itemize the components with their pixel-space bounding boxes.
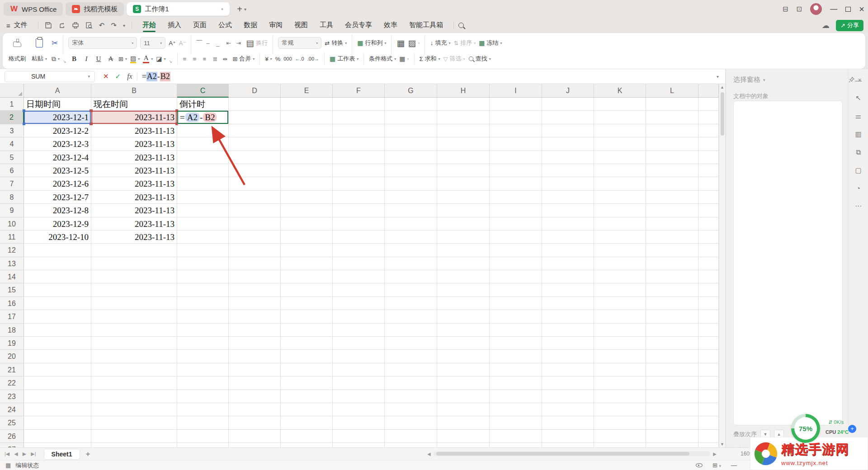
cell-9[interactable] <box>698 204 719 217</box>
tab-smart-toolbox[interactable]: 智能工具箱 <box>403 18 449 33</box>
cell-27[interactable] <box>698 443 719 447</box>
strikethrough-button[interactable]: A <box>106 55 115 63</box>
sheet-tab-sheet1[interactable]: Sheet1 <box>44 449 80 459</box>
row-header-27[interactable]: 27 <box>0 443 24 447</box>
cell-J25[interactable] <box>542 416 594 429</box>
cell-C22[interactable] <box>177 376 229 390</box>
cell-K2[interactable] <box>594 111 646 124</box>
cell-D14[interactable] <box>229 270 281 283</box>
cell-H26[interactable] <box>437 430 490 443</box>
cell-D21[interactable] <box>229 363 281 376</box>
clipboard-tool-icon[interactable]: ⧉ <box>856 148 861 156</box>
cell-21[interactable] <box>698 363 719 376</box>
cell-6[interactable] <box>698 164 719 177</box>
cell-H21[interactable] <box>437 363 490 376</box>
cell-I20[interactable] <box>490 350 542 363</box>
cell-K23[interactable] <box>594 390 646 403</box>
cell-A27[interactable] <box>24 443 91 447</box>
cell-A23[interactable] <box>24 390 91 403</box>
cell-J6[interactable] <box>542 164 594 177</box>
cell-I14[interactable] <box>490 270 542 283</box>
cell-B26[interactable] <box>91 430 177 443</box>
increase-indent-icon[interactable]: ⇥ <box>236 40 243 47</box>
cell-F6[interactable] <box>333 164 385 177</box>
cell-E8[interactable] <box>281 191 333 204</box>
italic-button[interactable]: I <box>82 55 91 63</box>
scroll-right-icon[interactable]: ▶ <box>713 451 717 456</box>
row-header-1[interactable]: 1 <box>0 98 24 111</box>
cell-I10[interactable] <box>490 217 542 230</box>
cell-I27[interactable] <box>490 443 542 447</box>
cell-H5[interactable] <box>437 151 490 164</box>
cell-B9[interactable]: 2023-11-13 <box>91 204 177 217</box>
select-all-corner[interactable] <box>0 84 24 98</box>
cell-L6[interactable] <box>646 164 698 177</box>
name-box[interactable]: SUM▾ <box>5 71 95 82</box>
cell-G22[interactable] <box>385 376 437 390</box>
cell-H10[interactable] <box>437 217 490 230</box>
cell-G16[interactable] <box>385 297 437 310</box>
cell-C11[interactable] <box>177 230 229 244</box>
new-tab-button[interactable]: + <box>237 4 242 14</box>
cell-K8[interactable] <box>594 191 646 204</box>
cell-B5[interactable]: 2023-11-13 <box>91 151 177 164</box>
row-header-12[interactable]: 12 <box>0 244 24 257</box>
vertical-scroll-thumb[interactable] <box>721 92 724 136</box>
save-icon[interactable] <box>45 22 52 29</box>
cell-E22[interactable] <box>281 376 333 390</box>
row-header-2[interactable]: 2 <box>0 111 24 124</box>
cell-I5[interactable] <box>490 151 542 164</box>
print-icon[interactable] <box>72 22 79 29</box>
tab-wps-home[interactable]: W WPS Office <box>4 2 63 16</box>
insert-function-icon[interactable]: fx <box>127 72 132 80</box>
cell-G23[interactable] <box>385 390 437 403</box>
cell-C12[interactable] <box>177 244 229 257</box>
cell-L14[interactable] <box>646 270 698 283</box>
cell-H24[interactable] <box>437 403 490 416</box>
cell-K24[interactable] <box>594 403 646 416</box>
tab-review[interactable]: 审阅 <box>263 18 288 33</box>
first-sheet-icon[interactable]: |◀ <box>5 451 9 457</box>
cell-J21[interactable] <box>542 363 594 376</box>
cell-I23[interactable] <box>490 390 542 403</box>
font-dialog-launcher-icon[interactable]: ↘ <box>169 59 172 64</box>
cell-H18[interactable] <box>437 324 490 337</box>
shape-tool-icon[interactable]: ▢ <box>855 166 861 174</box>
cell-B27[interactable] <box>91 443 177 447</box>
cell-A2[interactable]: 2023-12-1 <box>24 111 91 124</box>
cell-B14[interactable] <box>91 270 177 283</box>
paste-button[interactable] <box>30 38 48 47</box>
cell-B20[interactable] <box>91 350 177 363</box>
cell-A12[interactable] <box>24 244 91 257</box>
cell-D12[interactable] <box>229 244 281 257</box>
align-bottom-icon[interactable]: _ <box>216 40 223 47</box>
minimize-button[interactable]: — <box>830 5 837 13</box>
cell-C6[interactable] <box>177 164 229 177</box>
align-left-icon[interactable]: ≡ <box>183 56 189 62</box>
align-right-icon[interactable]: ≡ <box>203 56 209 62</box>
chart-tool-icon[interactable]: ▥ <box>855 130 861 138</box>
cell-G26[interactable] <box>385 430 437 443</box>
find-button[interactable]: 查找▾ <box>468 55 491 63</box>
cell-F21[interactable] <box>333 363 385 376</box>
row-header-7[interactable]: 7 <box>0 177 24 190</box>
cell-J23[interactable] <box>542 390 594 403</box>
cell-I11[interactable] <box>490 230 542 244</box>
column-header-J[interactable]: J <box>542 84 594 98</box>
cell-F26[interactable] <box>333 430 385 443</box>
cell-D3[interactable] <box>229 124 281 137</box>
cell-D11[interactable] <box>229 230 281 244</box>
boost-button[interactable]: + <box>848 425 856 433</box>
cell-16[interactable] <box>698 297 719 310</box>
cell-E3[interactable] <box>281 124 333 137</box>
tab-workbook1[interactable]: S 工作簿1 ● <box>127 2 230 16</box>
cell-I7[interactable] <box>490 177 542 190</box>
table-style-button[interactable]: ▦▾ <box>399 55 409 62</box>
wrap-text-button[interactable]: ▤换行 <box>246 38 268 48</box>
cell-style-button[interactable]: ▨▾ <box>408 38 420 48</box>
row-header-6[interactable]: 6 <box>0 164 24 177</box>
cell-E7[interactable] <box>281 177 333 190</box>
cell-G14[interactable] <box>385 270 437 283</box>
cell-J5[interactable] <box>542 151 594 164</box>
tab-formula[interactable]: 公式 <box>212 18 238 33</box>
